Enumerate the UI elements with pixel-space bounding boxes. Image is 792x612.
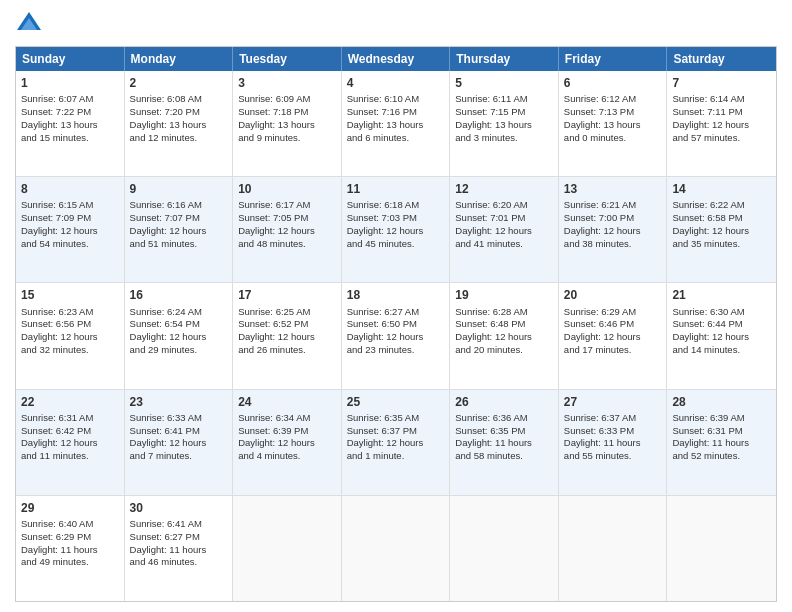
calendar-cell: 26Sunrise: 6:36 AMSunset: 6:35 PMDayligh…: [450, 390, 559, 495]
day-info-line: Sunset: 7:22 PM: [21, 106, 119, 119]
day-info-line: Sunrise: 6:27 AM: [347, 306, 445, 319]
day-info-line: and 45 minutes.: [347, 238, 445, 251]
day-info-line: Daylight: 12 hours: [455, 225, 553, 238]
day-number: 14: [672, 181, 771, 197]
day-info-line: Sunrise: 6:23 AM: [21, 306, 119, 319]
day-number: 12: [455, 181, 553, 197]
calendar-cell: 9Sunrise: 6:16 AMSunset: 7:07 PMDaylight…: [125, 177, 234, 282]
day-info-line: Daylight: 12 hours: [21, 225, 119, 238]
day-info-line: Daylight: 11 hours: [672, 437, 771, 450]
day-info-line: and 4 minutes.: [238, 450, 336, 463]
day-info-line: Sunset: 6:46 PM: [564, 318, 662, 331]
day-info-line: and 58 minutes.: [455, 450, 553, 463]
calendar-cell: 6Sunrise: 6:12 AMSunset: 7:13 PMDaylight…: [559, 71, 668, 176]
day-info-line: and 32 minutes.: [21, 344, 119, 357]
day-info-line: Sunrise: 6:14 AM: [672, 93, 771, 106]
day-info-line: Daylight: 11 hours: [564, 437, 662, 450]
day-info-line: Sunset: 7:13 PM: [564, 106, 662, 119]
day-info-line: Sunset: 7:03 PM: [347, 212, 445, 225]
calendar-header-cell: Monday: [125, 47, 234, 71]
day-info-line: Daylight: 12 hours: [238, 437, 336, 450]
day-number: 11: [347, 181, 445, 197]
day-info-line: Sunrise: 6:29 AM: [564, 306, 662, 319]
day-number: 23: [130, 394, 228, 410]
calendar-cell: 18Sunrise: 6:27 AMSunset: 6:50 PMDayligh…: [342, 283, 451, 388]
day-info-line: Daylight: 12 hours: [130, 225, 228, 238]
day-info-line: Daylight: 13 hours: [347, 119, 445, 132]
day-info-line: Sunset: 6:58 PM: [672, 212, 771, 225]
day-info-line: and 15 minutes.: [21, 132, 119, 145]
day-number: 19: [455, 287, 553, 303]
day-info-line: Daylight: 12 hours: [21, 331, 119, 344]
calendar-row: 22Sunrise: 6:31 AMSunset: 6:42 PMDayligh…: [16, 390, 776, 496]
calendar-cell: 11Sunrise: 6:18 AMSunset: 7:03 PMDayligh…: [342, 177, 451, 282]
day-info-line: and 48 minutes.: [238, 238, 336, 251]
day-info-line: Sunrise: 6:18 AM: [347, 199, 445, 212]
day-info-line: Sunrise: 6:17 AM: [238, 199, 336, 212]
calendar-cell-empty: [559, 496, 668, 601]
day-info-line: Sunset: 7:05 PM: [238, 212, 336, 225]
day-info-line: Daylight: 13 hours: [564, 119, 662, 132]
day-number: 17: [238, 287, 336, 303]
day-info-line: Sunrise: 6:36 AM: [455, 412, 553, 425]
day-info-line: Sunset: 6:35 PM: [455, 425, 553, 438]
day-info-line: Sunset: 7:15 PM: [455, 106, 553, 119]
day-info-line: Sunset: 6:52 PM: [238, 318, 336, 331]
day-info-line: Sunrise: 6:12 AM: [564, 93, 662, 106]
day-number: 25: [347, 394, 445, 410]
day-info-line: Sunset: 6:56 PM: [21, 318, 119, 331]
calendar-cell: 22Sunrise: 6:31 AMSunset: 6:42 PMDayligh…: [16, 390, 125, 495]
day-info-line: and 55 minutes.: [564, 450, 662, 463]
day-info-line: Sunrise: 6:35 AM: [347, 412, 445, 425]
day-info-line: Daylight: 12 hours: [347, 331, 445, 344]
day-info-line: Sunset: 6:29 PM: [21, 531, 119, 544]
day-info-line: Sunset: 7:09 PM: [21, 212, 119, 225]
day-info-line: Daylight: 12 hours: [21, 437, 119, 450]
day-info-line: and 35 minutes.: [672, 238, 771, 251]
day-info-line: and 17 minutes.: [564, 344, 662, 357]
day-info-line: Sunrise: 6:16 AM: [130, 199, 228, 212]
day-info-line: and 11 minutes.: [21, 450, 119, 463]
day-info-line: Daylight: 12 hours: [347, 225, 445, 238]
day-info-line: Sunrise: 6:09 AM: [238, 93, 336, 106]
calendar-header-cell: Sunday: [16, 47, 125, 71]
calendar-header-cell: Tuesday: [233, 47, 342, 71]
day-number: 6: [564, 75, 662, 91]
day-info-line: Sunrise: 6:24 AM: [130, 306, 228, 319]
calendar-cell: 24Sunrise: 6:34 AMSunset: 6:39 PMDayligh…: [233, 390, 342, 495]
day-info-line: Sunrise: 6:10 AM: [347, 93, 445, 106]
calendar-row: 8Sunrise: 6:15 AMSunset: 7:09 PMDaylight…: [16, 177, 776, 283]
day-info-line: Sunrise: 6:20 AM: [455, 199, 553, 212]
day-info-line: and 29 minutes.: [130, 344, 228, 357]
calendar-cell: 3Sunrise: 6:09 AMSunset: 7:18 PMDaylight…: [233, 71, 342, 176]
calendar-cell: 16Sunrise: 6:24 AMSunset: 6:54 PMDayligh…: [125, 283, 234, 388]
calendar-cell: 5Sunrise: 6:11 AMSunset: 7:15 PMDaylight…: [450, 71, 559, 176]
day-info-line: Daylight: 11 hours: [130, 544, 228, 557]
day-info-line: Sunrise: 6:37 AM: [564, 412, 662, 425]
day-info-line: Sunset: 6:54 PM: [130, 318, 228, 331]
calendar-cell: 29Sunrise: 6:40 AMSunset: 6:29 PMDayligh…: [16, 496, 125, 601]
day-info-line: and 7 minutes.: [130, 450, 228, 463]
logo: [15, 10, 47, 38]
day-info-line: Sunset: 7:07 PM: [130, 212, 228, 225]
day-info-line: Sunset: 7:20 PM: [130, 106, 228, 119]
day-info-line: and 20 minutes.: [455, 344, 553, 357]
day-info-line: and 46 minutes.: [130, 556, 228, 569]
calendar-header-cell: Wednesday: [342, 47, 451, 71]
day-info-line: Sunset: 7:11 PM: [672, 106, 771, 119]
day-info-line: Daylight: 12 hours: [130, 437, 228, 450]
day-info-line: and 26 minutes.: [238, 344, 336, 357]
day-info-line: and 9 minutes.: [238, 132, 336, 145]
day-number: 28: [672, 394, 771, 410]
day-info-line: Daylight: 12 hours: [672, 225, 771, 238]
calendar-header-cell: Saturday: [667, 47, 776, 71]
calendar-cell: 13Sunrise: 6:21 AMSunset: 7:00 PMDayligh…: [559, 177, 668, 282]
day-info-line: and 23 minutes.: [347, 344, 445, 357]
day-info-line: Sunrise: 6:22 AM: [672, 199, 771, 212]
day-number: 30: [130, 500, 228, 516]
day-info-line: Sunrise: 6:30 AM: [672, 306, 771, 319]
calendar-cell-empty: [450, 496, 559, 601]
day-info-line: Sunrise: 6:28 AM: [455, 306, 553, 319]
day-info-line: Daylight: 11 hours: [455, 437, 553, 450]
day-number: 5: [455, 75, 553, 91]
